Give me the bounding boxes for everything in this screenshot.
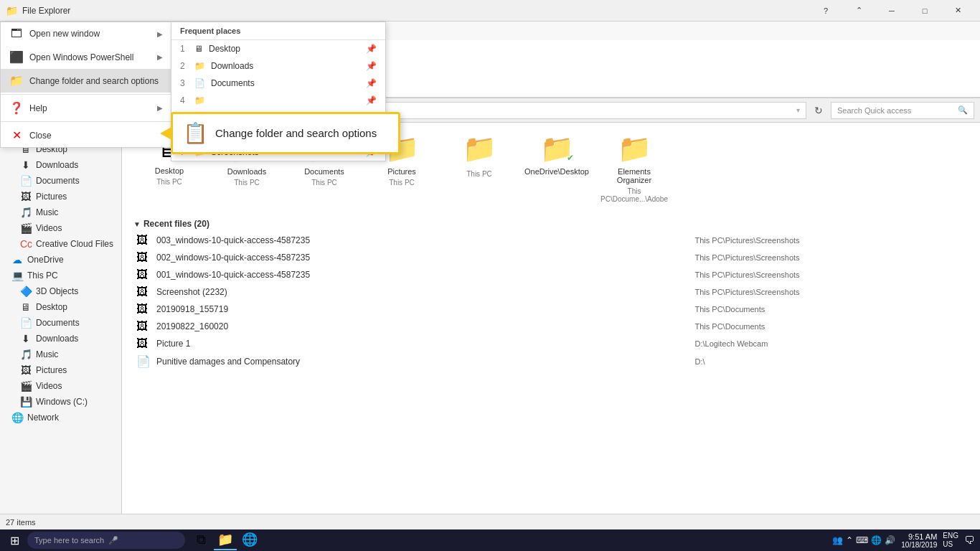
tray-notification-icon[interactable]: 🗨 [964, 534, 974, 546]
tray-lang-text: ENG [943, 532, 958, 540]
frequent-pin-2: 📌 [366, 61, 377, 71]
menu-item-help[interactable]: ❓ Help ▶ [1, 96, 171, 120]
content-area: 🖥 Desktop This PC 📁 Downloads This PC 📁 … [122, 123, 980, 549]
file-path: This PC\Pictures\Screenshots [692, 266, 969, 283]
sidebar: ⭐ Quick access 🖥 Desktop ⬇ Downloads 📄 D… [0, 123, 122, 549]
pictures-icon: 🖼 [20, 191, 32, 202]
folder-elements-organizer[interactable]: 📁 Elements Organizer This PC\Docume...\A… [598, 128, 670, 207]
recent-file-row[interactable]: 🖼 001_windows-10-quick-access-4587235 Th… [133, 266, 969, 283]
recent-file-row[interactable]: 🖼 20190822_160020 This PC\Documents [133, 318, 969, 335]
tray-sound-icon[interactable]: 🔊 [885, 535, 895, 545]
sidebar-item-music[interactable]: 🎵 Music [0, 204, 121, 220]
sidebar-label-music: Music [36, 207, 58, 217]
frequent-icon-4: 📁 [194, 95, 205, 105]
sidebar-item-creative-cloud[interactable]: Cc Creative Cloud Files [0, 236, 121, 252]
taskbar-app-file-explorer[interactable]: 📁 [214, 530, 237, 550]
frequent-icon-documents: 📄 [194, 78, 205, 88]
sidebar-item-pictures[interactable]: 🖼 Pictures [0, 189, 121, 204]
sidebar-item-videos[interactable]: 🎬 Videos [0, 220, 121, 236]
folder-downloads-path: This PC [234, 179, 260, 187]
frequent-icon-downloads: 📁 [194, 61, 205, 71]
tray-clock[interactable]: 9:51 AM 10/18/2019 [901, 532, 937, 549]
file-type-icon: 🖼 [133, 301, 154, 318]
frequent-item-4[interactable]: 4 📁 📌 [171, 92, 385, 109]
folder-desktop-name: Desktop [155, 166, 184, 175]
search-placeholder: Search Quick access [837, 106, 911, 115]
close-button[interactable]: ✕ [941, 0, 974, 22]
refresh-button[interactable]: ↻ [809, 101, 828, 120]
recent-file-row[interactable]: 🖼 20190918_155719 This PC\Documents [133, 301, 969, 318]
sidebar-item-onedrive[interactable]: ☁ OneDrive [0, 252, 121, 268]
microphone-icon: 🎤 [108, 536, 118, 545]
3d-objects-icon: 🔷 [20, 286, 32, 297]
taskbar-search[interactable]: Type here to search 🎤 [27, 532, 185, 549]
help-icon: ❓ [9, 101, 24, 115]
sidebar-label-3d-objects: 3D Objects [36, 286, 78, 296]
sidebar-item-pictures2[interactable]: 🖼 Pictures [0, 362, 121, 378]
sidebar-item-documents[interactable]: 📄 Documents [0, 173, 121, 189]
sidebar-label-music2: Music [36, 349, 58, 359]
sidebar-item-music2[interactable]: 🎵 Music [0, 347, 121, 362]
folder-onedrive-desktop-name: OneDrive\Desktop [524, 167, 589, 176]
search-box[interactable]: Search Quick access 🔍 [831, 102, 974, 119]
file-path: D:\ [692, 352, 969, 370]
file-type-icon: 🖼 [133, 232, 154, 249]
menu-item-open-new-window[interactable]: 🗔 Open new window ▶ [1, 22, 171, 45]
tray-chevron-icon[interactable]: ⌃ [846, 535, 853, 545]
file-name: 001_windows-10-quick-access-4587235 [154, 266, 692, 283]
frequent-item-downloads[interactable]: 2 📁 Downloads 📌 [171, 57, 385, 75]
folder-elements-path: This PC\Docume...\Adobe [600, 187, 668, 203]
minimize-button[interactable]: ─ [875, 0, 908, 22]
taskbar-app-chrome[interactable]: 🌐 [238, 530, 261, 550]
change-folder-popup[interactable]: 📋 Change folder and search options [171, 112, 400, 154]
downloads-icon: ⬇ [20, 159, 32, 171]
recent-files-header[interactable]: ▼ Recent files (20) [133, 219, 969, 229]
sidebar-item-downloads2[interactable]: ⬇ Downloads [0, 331, 121, 347]
file-path: This PC\Pictures\Screenshots [692, 283, 969, 301]
menu-item-change-folder[interactable]: 📁 Change folder and search options [1, 69, 171, 93]
sidebar-item-videos2[interactable]: 🎬 Videos [0, 378, 121, 394]
recent-file-row[interactable]: 🖼 Screenshot (2232) This PC\Pictures\Scr… [133, 283, 969, 301]
taskbar-app-task-view[interactable]: ⧉ [189, 530, 212, 550]
sidebar-label-documents: Documents [36, 176, 80, 186]
menu-item-close[interactable]: ✕ Close [1, 123, 171, 147]
videos-icon: 🎬 [20, 222, 32, 234]
sidebar-item-3d-objects[interactable]: 🔷 3D Objects [0, 283, 121, 299]
recent-file-row[interactable]: 🖼 Picture 1 D:\Logitech Webcam [133, 335, 969, 352]
folder-pictures-name: Pictures [387, 167, 416, 176]
file-type-icon: 📄 [133, 352, 154, 370]
help-button[interactable]: ? [809, 0, 842, 22]
sidebar-item-network[interactable]: 🌐 Network [0, 410, 121, 425]
sidebar-item-downloads[interactable]: ⬇ Downloads [0, 157, 121, 173]
file-name: 20190822_160020 [154, 318, 692, 335]
sidebar-item-windows-c[interactable]: 💾 Windows (C:) [0, 394, 121, 410]
recent-files-label: Recent files (20) [143, 219, 209, 229]
close-menu-label: Close [29, 131, 52, 141]
taskbar: ⊞ Type here to search 🎤 ⧉ 📁 🌐 👥 ⌃ ⌨ 🌐 🔊 … [0, 529, 980, 551]
frequent-num-1: 1 [180, 44, 189, 54]
recent-file-row[interactable]: 🖼 002_windows-10-quick-access-4587235 Th… [133, 249, 969, 266]
sidebar-label-network: Network [27, 413, 59, 423]
folder-documents-path: This PC [311, 179, 337, 187]
sidebar-label-desktop2: Desktop [36, 302, 67, 312]
taskbar-apps: ⧉ 📁 🌐 [189, 530, 261, 550]
sidebar-item-this-pc[interactable]: 💻 This PC [0, 268, 121, 283]
recent-file-row[interactable]: 🖼 003_windows-10-quick-access-4587235 Th… [133, 232, 969, 249]
recent-files-list: 🖼 003_windows-10-quick-access-4587235 Th… [133, 232, 969, 370]
tray-people-icon[interactable]: 👥 [832, 535, 843, 545]
start-button[interactable]: ⊞ [3, 530, 26, 550]
frequent-item-desktop[interactable]: 1 🖥 Desktop 📌 [171, 40, 385, 57]
menu-item-open-powershell[interactable]: ⬛ Open Windows PowerShell ▶ [1, 45, 171, 69]
folder-empty[interactable]: 📁 This PC [443, 128, 515, 207]
expand-button[interactable]: ⌃ [842, 0, 875, 22]
tray-network-icon[interactable]: 🌐 [871, 535, 882, 545]
file-menu[interactable]: 🗔 Open new window ▶ ⬛ Open Windows Power… [0, 22, 172, 148]
item-count: 27 items [6, 518, 36, 527]
folder-onedrive-desktop[interactable]: 📁 ✔ OneDrive\Desktop [521, 128, 593, 207]
frequent-item-documents[interactable]: 3 📄 Documents 📌 [171, 75, 385, 92]
sidebar-item-desktop2[interactable]: 🖥 Desktop [0, 299, 121, 315]
maximize-button[interactable]: □ [908, 0, 941, 22]
change-folder-icon: 📁 [9, 74, 24, 88]
sidebar-item-documents2[interactable]: 📄 Documents [0, 315, 121, 331]
recent-file-row[interactable]: 📄 Punitive damages and Compensatory D:\ [133, 352, 969, 370]
